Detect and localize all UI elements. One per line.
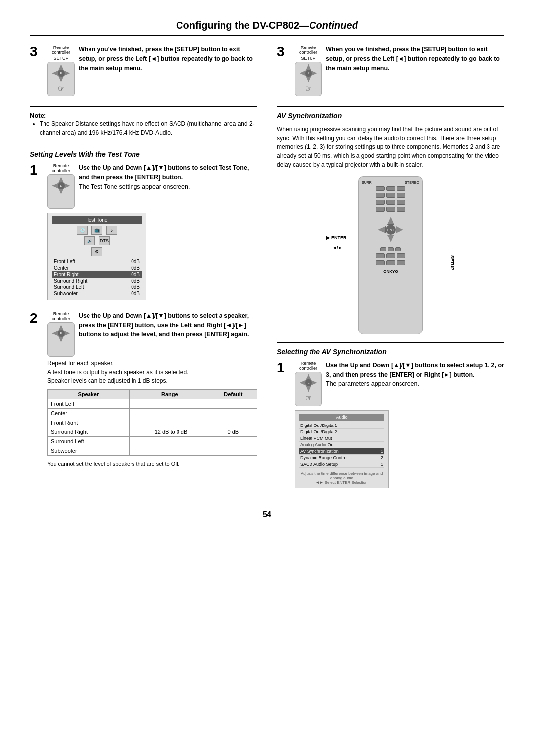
- right-step1-remote-wrap: Remote controller E ☞: [295, 361, 322, 406]
- remote-btn-row6: [376, 253, 405, 258]
- right-step1-remote-icon: E ☞: [295, 372, 322, 406]
- setup-label-group: SETUP: [450, 255, 455, 270]
- left-step2-number: 2: [30, 311, 42, 325]
- right-step3-remote-wrap: Remote controller SETUP E ☞: [295, 45, 322, 96]
- note-block: Note: The Speaker Distance settings have…: [30, 112, 257, 137]
- left-step2-remote-block: Remote controller E Use th: [47, 311, 257, 357]
- leftright-label: ◄/►: [332, 245, 342, 250]
- left-step2-subtext2: A test tone is output by each speaker as…: [47, 369, 257, 376]
- right-step1-number: 1: [277, 361, 289, 375]
- big-remote-section: ▶ ENTER ◄/► SETUP SURR STEREO: [277, 176, 504, 334]
- remote-btn3: [397, 186, 405, 191]
- left-step3-dpad: E: [52, 64, 70, 82]
- av-screen-row: Analog Audio Out: [299, 442, 384, 448]
- big-remote-dpad-up: [387, 217, 394, 225]
- right-step1-remote-block: Remote controller E ☞: [295, 361, 504, 406]
- right-step3-remote-icon: E ☞: [295, 62, 322, 96]
- av-screen-title: Audio: [299, 414, 384, 421]
- av-sync-screen: Audio Digital Out/Digital1Digital Out/Di…: [295, 410, 389, 488]
- av-screen-row: Digital Out/Digital2: [299, 429, 384, 435]
- icon-disc: 💿: [77, 226, 88, 235]
- right-step1-text: Use the Up and Down [▲]/[▼] buttons to s…: [326, 361, 504, 388]
- left-step1-remote-block: Remote controller E Use th: [47, 163, 257, 209]
- right-step3-hand-icon: ☞: [305, 84, 312, 93]
- test-tone-row: Front Right0dB: [52, 271, 142, 278]
- big-remote-dpad-right: [396, 226, 403, 233]
- enter-arrow: ▶: [326, 236, 330, 240]
- right-step3-text: When you've finished, press the [SETUP] …: [326, 45, 504, 73]
- right-step3-number: 3: [277, 45, 289, 59]
- left-step2-remote-label: Remote controller: [47, 311, 75, 321]
- hr-after-step3-left: [30, 106, 257, 107]
- remote-brand: ONKYO: [383, 269, 398, 274]
- right-column: 3 Remote controller SETUP E: [277, 45, 504, 495]
- big-remote-dpad-down: [387, 235, 394, 242]
- big-remote-dpad: ENT: [378, 217, 403, 242]
- big-remote-container: ▶ ENTER ◄/► SETUP SURR STEREO: [341, 176, 440, 334]
- speaker-table: Speaker Range Default Front LeftCenterFr…: [47, 389, 257, 456]
- remote-btn9: [397, 200, 405, 205]
- left-step2-subtext1: Repeat for each speaker.: [47, 360, 257, 367]
- left-step1-block: 1 Remote controller E: [30, 163, 257, 304]
- remote-btn14: [388, 247, 394, 251]
- enter-label-group: ▶ ENTER: [326, 236, 347, 240]
- right-step1-remote-label: Remote controller: [295, 361, 322, 371]
- icon-speaker: 🔊: [84, 236, 95, 245]
- big-remote-dpad-left: [378, 226, 386, 233]
- left-step1-remote-icon: E: [47, 174, 75, 209]
- left-step1-number: 1: [30, 163, 42, 177]
- left-step3-content: Remote controller SETUP E ☞: [47, 45, 257, 99]
- remote-btn6: [397, 193, 405, 198]
- left-step1-dpad: E: [52, 177, 70, 194]
- left-step3-remote-block: Remote controller SETUP E ☞: [47, 45, 257, 96]
- table-row: Surround Right−12 dB to 0 dB0 dB: [48, 427, 257, 437]
- left-step1-remote-label: Remote controller: [47, 163, 75, 173]
- left-step1-dpad-center: E: [58, 182, 65, 189]
- remote-btn-row7: [376, 260, 405, 265]
- av-sync-title: AV Synchronization: [277, 112, 504, 120]
- right-step3-dpad-center: E: [305, 70, 312, 77]
- remote-btn1: [376, 186, 385, 191]
- left-step2-content: Remote controller E Use th: [47, 311, 257, 467]
- table-note: You cannot set the level of speakers tha…: [47, 461, 257, 467]
- remote-btn20: [386, 260, 395, 265]
- big-remote-dpad-center: ENT: [386, 225, 396, 235]
- note-list: The Speaker Distance settings have no ef…: [30, 119, 257, 137]
- page-number: 54: [30, 510, 504, 519]
- remote-btn15: [395, 247, 401, 251]
- test-tone-row: Surround Left0dB: [52, 284, 142, 290]
- speaker-table-header-default: Default: [210, 390, 257, 399]
- av-screen-row: Digital Out/Digital1: [299, 423, 384, 429]
- speaker-table-header-range: Range: [129, 390, 210, 399]
- hr-after-step3-right: [277, 106, 504, 107]
- test-tone-row: Front Left0dB: [52, 258, 142, 265]
- icon-note: ♪: [106, 226, 117, 235]
- left-step1-remote-wrap: Remote controller E: [47, 163, 75, 209]
- test-tone-icons2: 🔊 DTS: [52, 236, 142, 245]
- av-screen-rows: Digital Out/Digital1Digital Out/Digital2…: [299, 423, 384, 468]
- right-step1-hand-icon: ☞: [305, 393, 312, 403]
- right-step1-content: Remote controller E ☞: [295, 361, 504, 488]
- page-title: Configuring the DV-CP802—Continued: [30, 20, 504, 36]
- remote-btn21: [397, 260, 405, 265]
- big-remote-body: SURR STEREO: [358, 176, 423, 334]
- remote-btn8: [386, 200, 395, 205]
- icon-tv: 📺: [91, 226, 102, 235]
- left-step2-remote-icon: E: [47, 322, 75, 357]
- right-step3-content: Remote controller SETUP E ☞: [295, 45, 504, 99]
- speaker-table-body: Front LeftCenterFront RightSurround Righ…: [48, 399, 257, 456]
- av-screen-row: AV Synchronization1: [299, 448, 384, 455]
- table-row: Center: [48, 409, 257, 418]
- remote-btn10: [376, 207, 385, 212]
- remote-top-labels: SURR STEREO: [362, 181, 419, 184]
- remote-btn17: [386, 253, 395, 258]
- remote-btn5: [386, 193, 395, 198]
- left-step1-text: Use the Up and Down [▲]/[▼] buttons to s…: [79, 163, 257, 191]
- enter-label-text: ENTER: [331, 236, 347, 240]
- hr-select-av: [277, 342, 504, 343]
- left-step2-subtext3: Speaker levels can be adjusted in 1 dB s…: [47, 378, 257, 384]
- left-step3-remote-icon: E ☞: [47, 62, 75, 96]
- left-step2-dpad: E: [52, 325, 70, 342]
- remote-btn4: [376, 193, 385, 198]
- right-step3-dpad: E: [300, 64, 317, 82]
